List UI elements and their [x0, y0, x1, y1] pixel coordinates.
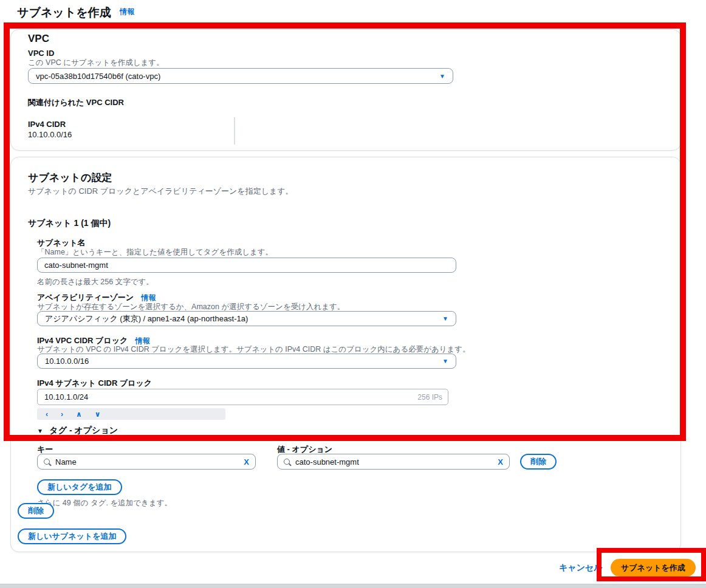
tag-value-input-value: cato-subnet-mgmt [295, 457, 359, 467]
subnet-settings-subtitle: サブネットの CIDR ブロックとアベイラビリティーゾーンを指定します。 [28, 186, 293, 197]
search-icon [44, 459, 50, 465]
page-title: サブネットを作成 [17, 6, 111, 19]
vpc-id-select[interactable]: vpc-05a38b10d17540b6f (cato-vpc) ▼ [28, 68, 453, 84]
az-info-link[interactable]: 情報 [142, 293, 156, 302]
subnet-counter: サブネット 1 (1 個中) [28, 218, 111, 229]
vpc-card: VPC VPC ID この VPC にサブネットを作成します。 vpc-05a3… [10, 29, 681, 151]
clear-value-icon[interactable]: X [498, 457, 503, 467]
associated-cidr-label: 関連付けられた VPC CIDR [28, 97, 124, 108]
ipv4-cidr-label: IPv4 CIDR [28, 120, 66, 129]
chevron-down-icon: ▼ [442, 358, 448, 364]
tags-remaining-text: さらに 49 個の タグ. を追加できます。 [37, 498, 172, 508]
vpc-id-select-value: vpc-05a38b10d17540b6f (cato-vpc) [36, 72, 160, 81]
tag-key-input-value: Name [55, 457, 77, 467]
scroll-down-icon[interactable]: ∨ [95, 411, 101, 418]
remove-subnet-button[interactable]: 削除 [18, 503, 54, 519]
subnet-name-description: 「Name」というキーと、指定した値を使用してタグを作成します。 [37, 247, 273, 258]
subnet-cidr-label: IPv4 サブネット CIDR ブロック [37, 378, 152, 389]
tags-section-toggle[interactable]: ▼ タグ - オプション [37, 425, 118, 436]
vpc-id-label: VPC ID [28, 49, 54, 58]
create-subnet-page: サブネットを作成 情報 VPC VPC ID この VPC にサブネットを作成し… [0, 0, 706, 588]
chevron-down-icon: ▼ [439, 73, 445, 80]
az-label: アベイラビリティーゾーン [37, 293, 134, 302]
scroll-up-icon[interactable]: ∧ [76, 411, 82, 418]
triangle-down-icon: ▼ [37, 428, 43, 434]
subnet-settings-card: サブネットの設定 サブネットの CIDR ブロックとアベイラビリティーゾーンを指… [10, 157, 681, 552]
vpc-cidr-select-value: 10.10.0.0/16 [45, 357, 89, 366]
clear-key-icon[interactable]: X [244, 457, 249, 467]
subnet-cidr-ip-count: 256 IPs [417, 393, 442, 402]
bottom-page-strip [0, 584, 706, 588]
tag-key-input[interactable]: Name X [37, 454, 256, 470]
cidr-stepper-strip: ‹ › ∧ ∨ [37, 408, 225, 420]
add-subnet-button[interactable]: 新しいサブネットを追加 [18, 528, 126, 544]
tag-value-input[interactable]: cato-subnet-mgmt X [277, 454, 510, 470]
ipv4-cidr-value: 10.10.0.0/16 [28, 130, 72, 139]
vpc-heading: VPC [28, 33, 49, 45]
subnet-name-hint: 名前の長さは最大 256 文字です。 [37, 277, 154, 287]
scroll-right-icon[interactable]: › [61, 411, 63, 418]
tags-toggle-label: タグ - オプション [49, 425, 118, 435]
vpc-cidr-label: IPv4 VPC CIDR ブロック [37, 336, 128, 345]
cidr-column-divider [234, 117, 235, 145]
search-icon [284, 459, 290, 465]
vpc-cidr-select[interactable]: 10.10.0.0/16 ▼ [37, 354, 456, 369]
remove-tag-button[interactable]: 削除 [520, 454, 557, 470]
az-select-value: アジアパシフィック (東京) / apne1-az4 (ap-northeast… [45, 313, 248, 324]
az-select[interactable]: アジアパシフィック (東京) / apne1-az4 (ap-northeast… [37, 311, 456, 326]
add-tag-button[interactable]: 新しいタグを追加 [37, 479, 122, 495]
chevron-down-icon: ▼ [442, 315, 448, 322]
subnet-cidr-field: 256 IPs [37, 389, 448, 405]
page-title-row: サブネットを作成 情報 [17, 5, 134, 21]
subnet-name-input[interactable] [37, 258, 456, 273]
vpc-id-description: この VPC にサブネットを作成します。 [28, 58, 164, 68]
subnet-cidr-input[interactable] [37, 389, 448, 405]
create-subnet-button[interactable]: サブネットを作成 [611, 559, 696, 576]
vpc-cidr-info-link[interactable]: 情報 [135, 337, 150, 345]
title-info-link[interactable]: 情報 [120, 7, 134, 16]
scroll-left-icon[interactable]: ‹ [46, 411, 48, 418]
cancel-button[interactable]: キャンセル [559, 562, 603, 573]
subnet-settings-heading: サブネットの設定 [28, 171, 112, 185]
